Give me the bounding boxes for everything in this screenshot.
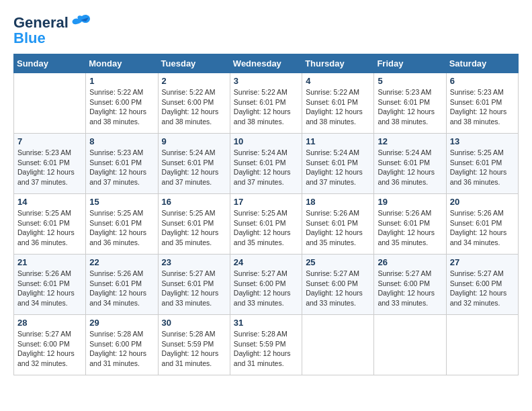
day-info: Sunrise: 5:22 AMSunset: 6:00 PMDaylight:…	[162, 87, 226, 127]
calendar-day-cell: 22Sunrise: 5:26 AMSunset: 6:01 PMDayligh…	[86, 255, 158, 315]
day-number: 23	[162, 257, 226, 267]
day-number: 30	[162, 318, 226, 328]
day-info: Sunrise: 5:25 AMSunset: 6:01 PMDaylight:…	[17, 208, 82, 248]
calendar-day-cell: 10Sunrise: 5:24 AMSunset: 6:01 PMDayligh…	[230, 134, 302, 194]
day-info: Sunrise: 5:26 AMSunset: 6:01 PMDaylight:…	[89, 269, 154, 308]
calendar-day-cell: 3Sunrise: 5:22 AMSunset: 6:01 PMDaylight…	[230, 73, 302, 134]
calendar-day-cell	[14, 73, 86, 134]
day-info: Sunrise: 5:24 AMSunset: 6:01 PMDaylight:…	[162, 148, 226, 187]
day-info: Sunrise: 5:25 AMSunset: 6:01 PMDaylight:…	[450, 148, 515, 187]
day-of-week-header: Tuesday	[158, 54, 230, 73]
day-info: Sunrise: 5:27 AMSunset: 6:00 PMDaylight:…	[450, 269, 515, 308]
day-number: 21	[17, 257, 82, 267]
day-number: 9	[162, 136, 226, 146]
day-of-week-header: Saturday	[446, 54, 518, 73]
calendar-day-cell: 23Sunrise: 5:27 AMSunset: 6:01 PMDayligh…	[158, 255, 230, 315]
day-info: Sunrise: 5:24 AMSunset: 6:01 PMDaylight:…	[306, 148, 370, 187]
calendar-header-row: SundayMondayTuesdayWednesdayThursdayFrid…	[14, 54, 519, 73]
calendar-day-cell: 9Sunrise: 5:24 AMSunset: 6:01 PMDaylight…	[158, 134, 230, 194]
day-of-week-header: Wednesday	[230, 54, 302, 73]
calendar-table: SundayMondayTuesdayWednesdayThursdayFrid…	[13, 54, 519, 375]
calendar-day-cell: 26Sunrise: 5:27 AMSunset: 6:00 PMDayligh…	[374, 255, 446, 315]
day-info: Sunrise: 5:28 AMSunset: 5:59 PMDaylight:…	[162, 329, 226, 369]
calendar-day-cell: 12Sunrise: 5:24 AMSunset: 6:01 PMDayligh…	[374, 134, 446, 194]
day-number: 22	[89, 257, 154, 267]
day-info: Sunrise: 5:26 AMSunset: 6:01 PMDaylight:…	[450, 208, 515, 248]
calendar-week-row: 28Sunrise: 5:27 AMSunset: 6:00 PMDayligh…	[14, 315, 519, 375]
day-info: Sunrise: 5:24 AMSunset: 6:01 PMDaylight:…	[234, 148, 298, 187]
calendar-day-cell: 30Sunrise: 5:28 AMSunset: 5:59 PMDayligh…	[158, 315, 230, 375]
day-number: 27	[450, 257, 515, 267]
day-info: Sunrise: 5:23 AMSunset: 6:01 PMDaylight:…	[89, 148, 154, 187]
day-info: Sunrise: 5:28 AMSunset: 5:59 PMDaylight:…	[234, 329, 298, 369]
calendar-body: 1Sunrise: 5:22 AMSunset: 6:00 PMDaylight…	[14, 73, 519, 375]
calendar-week-row: 21Sunrise: 5:26 AMSunset: 6:01 PMDayligh…	[14, 255, 519, 315]
calendar-day-cell: 27Sunrise: 5:27 AMSunset: 6:00 PMDayligh…	[446, 255, 518, 315]
calendar-day-cell	[374, 315, 446, 375]
day-number: 3	[234, 76, 298, 86]
day-number: 8	[89, 136, 154, 146]
day-of-week-header: Friday	[374, 54, 446, 73]
calendar-day-cell: 7Sunrise: 5:23 AMSunset: 6:01 PMDaylight…	[14, 134, 86, 194]
calendar-day-cell: 17Sunrise: 5:25 AMSunset: 6:01 PMDayligh…	[230, 194, 302, 255]
day-number: 10	[234, 136, 298, 146]
day-number: 1	[89, 76, 154, 86]
day-info: Sunrise: 5:25 AMSunset: 6:01 PMDaylight:…	[89, 208, 154, 248]
day-number: 18	[306, 197, 370, 207]
calendar-day-cell: 14Sunrise: 5:25 AMSunset: 6:01 PMDayligh…	[14, 194, 86, 255]
calendar-day-cell: 21Sunrise: 5:26 AMSunset: 6:01 PMDayligh…	[14, 255, 86, 315]
day-info: Sunrise: 5:23 AMSunset: 6:01 PMDaylight:…	[17, 148, 82, 187]
day-number: 7	[17, 136, 82, 146]
page-header: General Blue	[13, 13, 519, 47]
calendar-day-cell	[302, 315, 374, 375]
calendar-day-cell: 28Sunrise: 5:27 AMSunset: 6:00 PMDayligh…	[14, 315, 86, 375]
day-number: 28	[17, 318, 82, 328]
day-info: Sunrise: 5:24 AMSunset: 6:01 PMDaylight:…	[378, 148, 442, 187]
calendar-day-cell	[446, 315, 518, 375]
day-number: 26	[378, 257, 442, 267]
day-info: Sunrise: 5:27 AMSunset: 6:00 PMDaylight:…	[378, 269, 442, 308]
calendar-day-cell: 6Sunrise: 5:23 AMSunset: 6:01 PMDaylight…	[446, 73, 518, 134]
day-info: Sunrise: 5:28 AMSunset: 6:00 PMDaylight:…	[89, 329, 154, 369]
day-info: Sunrise: 5:22 AMSunset: 6:00 PMDaylight:…	[89, 87, 154, 127]
day-of-week-header: Monday	[86, 54, 158, 73]
calendar-day-cell: 4Sunrise: 5:22 AMSunset: 6:01 PMDaylight…	[302, 73, 374, 134]
calendar-day-cell: 16Sunrise: 5:25 AMSunset: 6:01 PMDayligh…	[158, 194, 230, 255]
day-info: Sunrise: 5:27 AMSunset: 6:00 PMDaylight:…	[17, 329, 82, 369]
logo: General Blue	[13, 13, 91, 47]
calendar-day-cell: 5Sunrise: 5:23 AMSunset: 6:01 PMDaylight…	[374, 73, 446, 134]
calendar-day-cell: 19Sunrise: 5:26 AMSunset: 6:01 PMDayligh…	[374, 194, 446, 255]
day-number: 13	[450, 136, 515, 146]
day-number: 20	[450, 197, 515, 207]
day-info: Sunrise: 5:22 AMSunset: 6:01 PMDaylight:…	[306, 87, 370, 127]
calendar-day-cell: 25Sunrise: 5:27 AMSunset: 6:00 PMDayligh…	[302, 255, 374, 315]
day-number: 4	[306, 76, 370, 86]
calendar-week-row: 1Sunrise: 5:22 AMSunset: 6:00 PMDaylight…	[14, 73, 519, 134]
calendar-day-cell: 2Sunrise: 5:22 AMSunset: 6:00 PMDaylight…	[158, 73, 230, 134]
day-number: 11	[306, 136, 370, 146]
calendar-day-cell: 31Sunrise: 5:28 AMSunset: 5:59 PMDayligh…	[230, 315, 302, 375]
day-number: 6	[450, 76, 515, 86]
calendar-day-cell: 11Sunrise: 5:24 AMSunset: 6:01 PMDayligh…	[302, 134, 374, 194]
day-number: 12	[378, 136, 442, 146]
day-number: 31	[234, 318, 298, 328]
day-number: 2	[162, 76, 226, 86]
day-info: Sunrise: 5:23 AMSunset: 6:01 PMDaylight:…	[378, 87, 442, 127]
calendar-week-row: 7Sunrise: 5:23 AMSunset: 6:01 PMDaylight…	[14, 134, 519, 194]
day-number: 14	[17, 197, 82, 207]
day-info: Sunrise: 5:27 AMSunset: 6:01 PMDaylight:…	[162, 269, 226, 308]
day-number: 25	[306, 257, 370, 267]
calendar-day-cell: 20Sunrise: 5:26 AMSunset: 6:01 PMDayligh…	[446, 194, 518, 255]
day-number: 15	[89, 197, 154, 207]
day-number: 16	[162, 197, 226, 207]
calendar-day-cell: 29Sunrise: 5:28 AMSunset: 6:00 PMDayligh…	[86, 315, 158, 375]
day-number: 24	[234, 257, 298, 267]
day-info: Sunrise: 5:26 AMSunset: 6:01 PMDaylight:…	[378, 208, 442, 248]
day-number: 29	[89, 318, 154, 328]
calendar-day-cell: 18Sunrise: 5:26 AMSunset: 6:01 PMDayligh…	[302, 194, 374, 255]
day-info: Sunrise: 5:26 AMSunset: 6:01 PMDaylight:…	[17, 269, 82, 308]
day-of-week-header: Thursday	[302, 54, 374, 73]
day-info: Sunrise: 5:25 AMSunset: 6:01 PMDaylight:…	[162, 208, 226, 248]
calendar-day-cell: 24Sunrise: 5:27 AMSunset: 6:00 PMDayligh…	[230, 255, 302, 315]
day-info: Sunrise: 5:25 AMSunset: 6:01 PMDaylight:…	[234, 208, 298, 248]
